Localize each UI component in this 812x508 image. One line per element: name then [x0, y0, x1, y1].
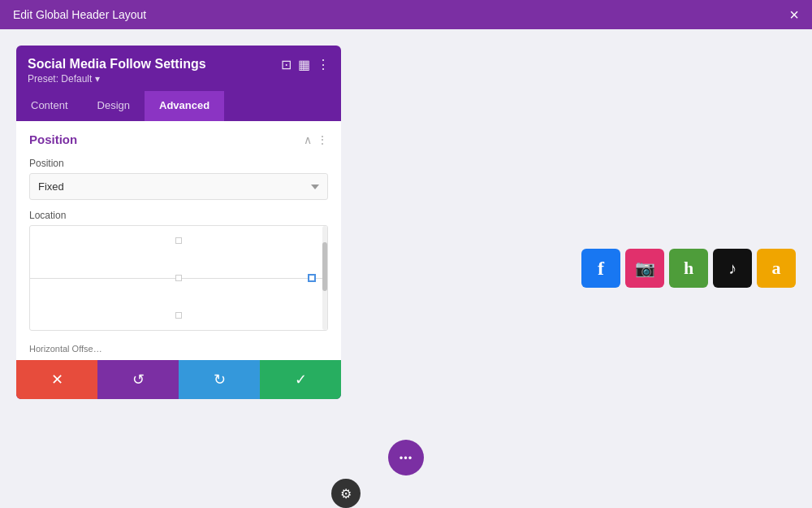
redo-button[interactable]: ↻ [179, 360, 260, 399]
module-header: Social Media Follow Settings Preset: Def… [16, 46, 341, 91]
social-icons-row: f 📷 h ♪ a [581, 249, 796, 288]
location-label: Location [16, 210, 341, 221]
tab-design[interactable]: Design [83, 91, 145, 121]
tabs: Content Design Advanced [16, 91, 341, 121]
amazon-icon: a [772, 258, 781, 279]
tiktok-icon: ♪ [728, 259, 736, 278]
instagram-icon: 📷 [635, 258, 655, 278]
cancel-button[interactable]: ✕ [16, 360, 97, 399]
panel-body: Position ∧ ⋮ Position Fixed Static Absol… [16, 121, 341, 360]
facebook-icon: f [598, 258, 604, 280]
position-field-group: Position Fixed Static Absolute Relative [16, 154, 341, 210]
grid-dot-bl[interactable] [175, 312, 182, 319]
section-header-icons: ∧ ⋮ [304, 133, 328, 146]
save-button[interactable]: ✓ [260, 360, 341, 399]
columns-icon[interactable]: ▦ [298, 57, 310, 72]
module-title: Social Media Follow Settings [28, 57, 206, 72]
right-area: f 📷 h ♪ a [357, 29, 812, 508]
tab-advanced[interactable]: Advanced [145, 91, 224, 121]
position-label: Position [29, 158, 328, 169]
scrollbar-thumb[interactable] [322, 242, 327, 291]
section-more-icon[interactable]: ⋮ [317, 133, 328, 146]
undo-button[interactable]: ↺ [97, 360, 179, 399]
top-bar-title: Edit Global Header Layout [13, 8, 146, 21]
module-preset[interactable]: Preset: Default ▾ [28, 73, 206, 85]
instagram-icon-button[interactable]: 📷 [625, 249, 664, 288]
amazon-icon-button[interactable]: a [757, 249, 796, 288]
module-title-area: Social Media Follow Settings Preset: Def… [28, 57, 206, 85]
grid-dot-mr-active[interactable] [308, 274, 316, 282]
bottom-hint: Horizontal Offse… [16, 341, 341, 360]
location-field-group: Location [16, 210, 341, 331]
settings-fab[interactable]: ⚙ [331, 479, 361, 508]
settings-icon: ⚙ [340, 486, 352, 501]
module-actions: ⊡ ▦ ⋮ [281, 57, 330, 72]
more-icon[interactable]: ⋮ [317, 57, 330, 72]
section-header: Position ∧ ⋮ [16, 121, 341, 154]
location-grid [30, 226, 327, 330]
section-title: Position [29, 132, 77, 146]
footer-buttons: ✕ ↺ ↻ ✓ [16, 360, 341, 399]
bottom-fab-icon: ••• [400, 452, 413, 464]
houzz-icon-button[interactable]: h [669, 249, 708, 288]
close-button[interactable]: × [789, 7, 799, 23]
left-panel: Social Media Follow Settings Preset: Def… [0, 29, 357, 508]
facebook-icon-button[interactable]: f [581, 249, 620, 288]
houzz-icon: h [684, 258, 693, 279]
collapse-icon[interactable]: ∧ [304, 133, 312, 146]
module-card: Social Media Follow Settings Preset: Def… [16, 46, 341, 399]
tiktok-icon-button[interactable]: ♪ [713, 249, 752, 288]
main-area: Social Media Follow Settings Preset: Def… [0, 29, 812, 508]
tab-content[interactable]: Content [16, 91, 83, 121]
location-grid-container[interactable] [29, 225, 328, 331]
scrollbar[interactable] [322, 226, 327, 330]
responsive-icon[interactable]: ⊡ [281, 57, 292, 72]
position-select[interactable]: Fixed Static Absolute Relative [29, 173, 328, 200]
grid-dot-tl[interactable] [175, 237, 182, 244]
bottom-fab[interactable]: ••• [388, 440, 424, 475]
top-bar: Edit Global Header Layout × [0, 0, 812, 29]
grid-dot-ml[interactable] [175, 275, 182, 281]
